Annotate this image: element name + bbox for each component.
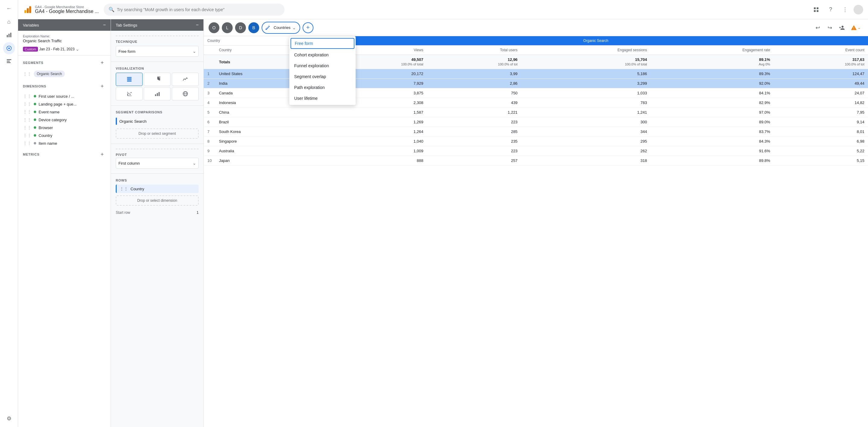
viz-map-button[interactable]	[172, 87, 198, 100]
row-views: 1,264	[324, 127, 427, 136]
content-area: Variables − Exploration Name: Organic Se…	[18, 19, 868, 427]
row-event-count: 49,44	[774, 79, 868, 88]
svg-rect-9	[817, 7, 818, 9]
segment-comparison-bar	[116, 118, 117, 125]
tab-d[interactable]: D	[235, 22, 246, 33]
table-row[interactable]: 6 Brazil 1,269 223 300 89.0% 9,14	[204, 117, 868, 127]
undo-button[interactable]: ↩	[812, 22, 823, 33]
start-row-value: 1	[196, 211, 198, 215]
analytics-logo	[23, 5, 33, 14]
add-tab-button[interactable]: +	[303, 22, 313, 33]
totals-total-users: 12,96 100.0% of tot	[427, 55, 521, 69]
drop-segment-zone[interactable]: Drop or select segment	[116, 128, 198, 139]
tab-settings-minimize-button[interactable]: −	[196, 22, 198, 28]
pivot-select[interactable]: First column Second column	[116, 158, 198, 169]
more-options-button[interactable]: ⋮	[839, 4, 851, 16]
dimension-item-country[interactable]: ⋮⋮ Country	[18, 131, 111, 139]
segment-comparison-name: Organic Search	[119, 119, 147, 124]
nav-advertising-icon[interactable]	[3, 56, 15, 67]
row-engaged-sessions: 295	[521, 136, 651, 146]
warning-button[interactable]: ⌄	[848, 24, 863, 32]
dropdown-item-segment-overlap[interactable]: Segment overlap	[289, 71, 355, 82]
row-engaged-sessions: 344	[521, 127, 651, 136]
row-engagement-rate: 84.3%	[651, 136, 774, 146]
tab-o[interactable]: O	[209, 22, 219, 33]
row-total-users: 439	[427, 98, 521, 108]
table-row[interactable]: 7 South Korea 1,264 285 344 83.7% 8,01	[204, 127, 868, 136]
active-tab[interactable]: Countries ⌄	[261, 22, 300, 34]
nav-explore-icon[interactable]	[3, 42, 15, 54]
metrics-header: METRICS +	[23, 151, 106, 158]
row-engagement-rate: 97.0%	[651, 108, 774, 117]
dimension-item-browser[interactable]: ⋮⋮ Browser	[18, 124, 111, 131]
dropdown-item-user-lifetime[interactable]: User lifetime	[289, 93, 355, 104]
viz-table-button[interactable]	[116, 73, 143, 86]
drag-handle-icon: ⋮⋮	[23, 141, 31, 146]
nav-settings-icon[interactable]: ⚙	[3, 413, 15, 425]
dropdown-item-path[interactable]: Path exploration	[289, 82, 355, 93]
segment-header-cell: Organic Search	[324, 36, 868, 45]
col-header-engaged-sessions: Engaged sessions	[521, 45, 651, 55]
row-engaged-sessions: 262	[521, 146, 651, 156]
rows-section: ROWS ⋮⋮ Country Drop or select dimension	[111, 174, 204, 211]
dimension-item-event-name[interactable]: ⋮⋮ Event name	[18, 108, 111, 116]
dimension-label: Device category	[38, 118, 67, 122]
viz-bar-button[interactable]	[144, 87, 170, 100]
dimension-item-landing-page[interactable]: ⋮⋮ Landing page + que...	[18, 100, 111, 108]
dimension-item-first-user-source[interactable]: ⋮⋮ First user source / ...	[18, 92, 111, 100]
redo-button[interactable]: ↪	[824, 22, 835, 33]
row-country: Brazil	[215, 117, 323, 127]
dimension-item-item-name[interactable]: ⋮⋮ Item name	[18, 139, 111, 147]
row-num: 3	[204, 88, 215, 98]
dimension-item-device-category[interactable]: ⋮⋮ Device category	[18, 116, 111, 124]
row-engaged-sessions: 783	[521, 98, 651, 108]
nav-back-icon[interactable]: ←	[3, 2, 15, 14]
exploration-name-label: Exploration Name:	[23, 34, 106, 38]
tab-b[interactable]: B	[248, 22, 259, 33]
technique-select[interactable]: Free form Cohort exploration Funnel expl…	[116, 46, 198, 57]
add-dimension-button[interactable]: +	[98, 83, 106, 90]
row-dimension-item[interactable]: ⋮⋮ Country	[116, 185, 198, 193]
grid-view-button[interactable]	[810, 4, 822, 16]
help-button[interactable]: ?	[825, 4, 837, 16]
viz-line-button[interactable]	[172, 73, 198, 86]
dimension-label: Event name	[38, 110, 59, 114]
tab-l[interactable]: L	[222, 22, 233, 33]
visualization-section: VISUALIZATION	[111, 62, 204, 105]
svg-rect-11	[817, 10, 818, 12]
drag-handle-icon: ⋮⋮	[23, 94, 31, 99]
table-row[interactable]: 9 Australia 1,009 223 262 91.6% 5,22	[204, 146, 868, 156]
table-row[interactable]: 5 China 1,587 1,221 1,241 97.0% 7,95	[204, 108, 868, 117]
technique-label: TECHNIQUE	[116, 36, 198, 43]
table-row[interactable]: 8 Singapore 1,040 235 295 84.3% 6,98	[204, 136, 868, 146]
segment-item-organic[interactable]: ⋮⋮ Organic Search	[18, 69, 111, 79]
segment-chip-organic[interactable]: Organic Search	[34, 70, 65, 77]
nav-home-icon[interactable]: ⌂	[3, 16, 15, 28]
search-input[interactable]	[117, 7, 280, 12]
dropdown-item-cohort[interactable]: Cohort exploration	[289, 50, 355, 60]
dropdown-item-funnel[interactable]: Funnel exploration	[289, 60, 355, 71]
dropdown-item-free-form[interactable]: Free form	[290, 38, 354, 49]
date-range[interactable]: Custom Jan 23 - Feb 21, 2023 ⌄	[23, 47, 106, 52]
svg-point-17	[128, 93, 129, 94]
dimension-label: Country	[38, 133, 53, 138]
row-engaged-sessions: 1,033	[521, 88, 651, 98]
segment-comparison-item[interactable]: Organic Search	[116, 116, 198, 126]
svg-rect-24	[158, 92, 159, 96]
drop-dimension-zone[interactable]: Drop or select dimension	[116, 195, 198, 206]
row-engagement-rate: 82.9%	[651, 98, 774, 108]
row-num: 5	[204, 108, 215, 117]
user-avatar[interactable]	[854, 5, 863, 14]
viz-pie-button[interactable]	[144, 73, 170, 86]
row-event-count: 7,95	[774, 108, 868, 117]
variables-minimize-button[interactable]: −	[103, 22, 106, 28]
add-segment-button[interactable]: +	[98, 59, 106, 66]
nav-reports-icon[interactable]	[3, 29, 15, 41]
segment-comparisons-section: SEGMENT COMPARISONS Organic Search Drop …	[111, 105, 204, 144]
header-search[interactable]: 🔍	[104, 4, 284, 16]
add-user-button[interactable]	[836, 22, 847, 33]
add-metric-button[interactable]: +	[98, 151, 106, 158]
viz-scatter-button[interactable]	[116, 87, 143, 100]
table-row[interactable]: 10 Japan 888 257 318 89.8% 5,15	[204, 156, 868, 165]
dimensions-title: DIMENSIONS	[23, 85, 46, 88]
